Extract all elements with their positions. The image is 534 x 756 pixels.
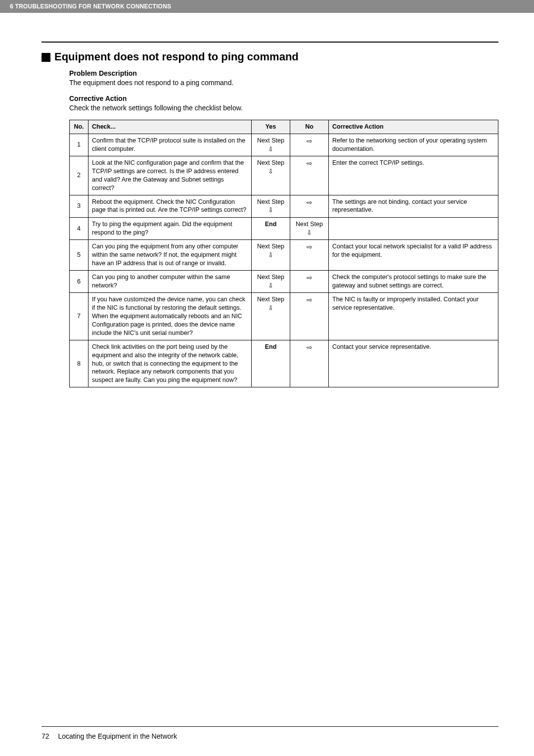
footer-page-title: Locating the Equipment in the Network — [58, 732, 177, 740]
table-head: No. Check... Yes No Corrective Action — [70, 120, 498, 134]
arrow-down-icon: ⇩ — [255, 167, 286, 176]
arrow-right-icon: ⇨ — [307, 137, 312, 146]
section-inner-block: Problem Description The equipment does n… — [42, 69, 498, 387]
section-title-text: Equipment does not respond to ping comma… — [54, 50, 299, 63]
corrective-action-text: Check the network settings following the… — [69, 103, 498, 113]
table-row: 6Can you ping to another computer within… — [70, 271, 498, 293]
chapter-header-bar: 6 TROUBLESHOOTING FOR NETWORK CONNECTION… — [0, 0, 534, 13]
arrow-down-icon: ⇩ — [255, 304, 286, 313]
arrow-down-icon: ⇩ — [294, 229, 325, 237]
problem-description-heading: Problem Description — [69, 69, 498, 77]
troubleshoot-table: No. Check... Yes No Corrective Action 1C… — [69, 120, 498, 387]
cell-yes: Next Step⇩ — [252, 271, 290, 293]
section-top-rule — [42, 42, 498, 43]
arrow-down-icon: ⇩ — [255, 251, 286, 260]
cell-no-col: ⇨ — [290, 340, 329, 387]
cell-corrective: Contact your local network specialist fo… — [329, 240, 498, 271]
table-row: 7If you have customized the device name,… — [70, 293, 498, 340]
corrective-action-heading: Corrective Action — [69, 94, 498, 102]
chapter-header-text: 6 TROUBLESHOOTING FOR NETWORK CONNECTION… — [10, 3, 171, 10]
cell-corrective: Refer to the networking section of your … — [329, 134, 498, 156]
cell-no: 8 — [70, 340, 89, 387]
cell-yes: Next Step⇩ — [252, 293, 290, 340]
cell-no: 4 — [70, 218, 89, 240]
cell-check: Reboot the equipment. Check the NIC Conf… — [89, 195, 252, 217]
footer-text: 72 Locating the Equipment in the Network — [42, 732, 177, 740]
th-no-col: No — [290, 120, 329, 134]
cell-check: Confirm that the TCP/IP protocol suite i… — [89, 134, 252, 156]
table-body: 1Confirm that the TCP/IP protocol suite … — [70, 134, 498, 387]
table-row: 8Check link activities on the port being… — [70, 340, 498, 387]
arrow-right-icon: ⇨ — [307, 159, 312, 168]
cell-corrective: Enter the correct TCP/IP settings. — [329, 156, 498, 195]
arrow-down-icon: ⇩ — [255, 145, 286, 154]
cell-check: Look at the NIC configuration page and c… — [89, 156, 252, 195]
cell-check: Check link activities on the port being … — [89, 340, 252, 387]
cell-corrective: The NIC is faulty or improperly installe… — [329, 293, 498, 340]
cell-no: 5 — [70, 240, 89, 271]
cell-check: Can you ping to another computer within … — [89, 271, 252, 293]
problem-description-text: The equipment does not respond to a ping… — [69, 78, 498, 88]
cell-yes: Next Step⇩ — [252, 156, 290, 195]
cell-no-col: ⇨ — [290, 156, 329, 195]
table-header-row: No. Check... Yes No Corrective Action — [70, 120, 498, 134]
th-check: Check... — [89, 120, 252, 134]
th-yes: Yes — [252, 120, 290, 134]
table-row: 4Try to ping the equipment again. Did th… — [70, 218, 498, 240]
arrow-right-icon: ⇨ — [307, 295, 312, 305]
cell-yes: End — [252, 340, 290, 387]
table-row: 5Can you ping the equipment from any oth… — [70, 240, 498, 271]
page-content: Equipment does not respond to ping comma… — [0, 42, 534, 387]
cell-yes: Next Step⇩ — [252, 240, 290, 271]
arrow-right-icon: ⇨ — [307, 273, 312, 283]
cell-no: 2 — [70, 156, 89, 195]
cell-corrective — [329, 218, 498, 240]
table-row: 1Confirm that the TCP/IP protocol suite … — [70, 134, 498, 156]
footer-page-number: 72 — [42, 732, 49, 740]
arrow-down-icon: ⇩ — [255, 282, 286, 290]
cell-check: Can you ping the equipment from any othe… — [89, 240, 252, 271]
cell-yes: Next Step⇩ — [252, 195, 290, 217]
th-corrective: Corrective Action — [329, 120, 498, 134]
cell-no-col: Next Step⇩ — [290, 218, 329, 240]
table-row: 2Look at the NIC configuration page and … — [70, 156, 498, 195]
cell-corrective: Check the computer's protocol settings t… — [329, 271, 498, 293]
arrow-right-icon: ⇨ — [307, 343, 312, 352]
cell-no-col: ⇨ — [290, 134, 329, 156]
square-bullet-icon — [42, 53, 50, 62]
cell-corrective: The settings are not binding, contact yo… — [329, 195, 498, 217]
arrow-right-icon: ⇨ — [307, 242, 312, 252]
section-title-row: Equipment does not respond to ping comma… — [42, 50, 498, 63]
cell-no-col: ⇨ — [290, 293, 329, 340]
cell-no-col: ⇨ — [290, 271, 329, 293]
cell-check: If you have customized the device name, … — [89, 293, 252, 340]
cell-no-col: ⇨ — [290, 195, 329, 217]
arrow-down-icon: ⇩ — [255, 206, 286, 215]
cell-no-col: ⇨ — [290, 240, 329, 271]
cell-yes: Next Step⇩ — [252, 134, 290, 156]
cell-yes: End — [252, 218, 290, 240]
cell-no: 7 — [70, 293, 89, 340]
arrow-right-icon: ⇨ — [307, 198, 312, 207]
table-row: 3Reboot the equipment. Check the NIC Con… — [70, 195, 498, 217]
cell-no: 3 — [70, 195, 89, 217]
cell-corrective: Contact your service representative. — [329, 340, 498, 387]
th-no: No. — [70, 120, 89, 134]
footer-rule — [42, 726, 498, 727]
cell-no: 6 — [70, 271, 89, 293]
cell-check: Try to ping the equipment again. Did the… — [89, 218, 252, 240]
cell-no: 1 — [70, 134, 89, 156]
